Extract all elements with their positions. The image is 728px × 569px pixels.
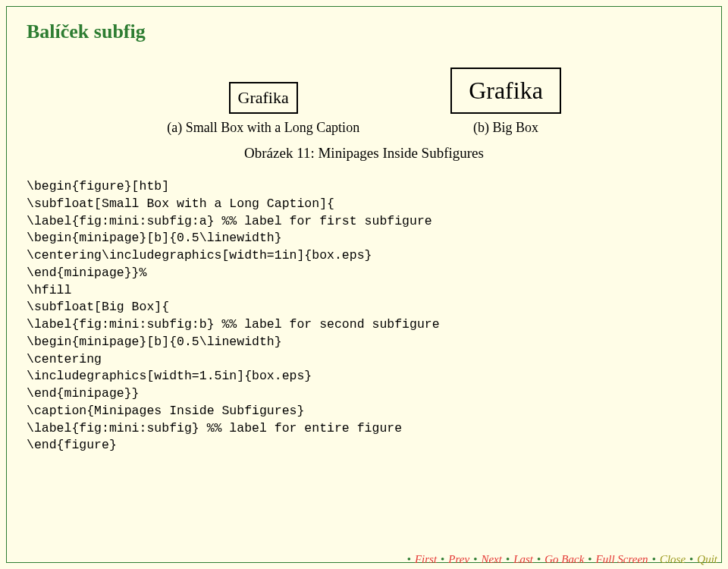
bullet-icon: • [407,553,411,566]
subfigure-a: Grafika (a) Small Box with a Long Captio… [167,82,359,136]
nav-prev[interactable]: Prev [448,553,469,566]
bullet-icon: • [689,553,693,566]
subfigure-b-caption: (b) Big Box [473,120,538,136]
navigation-bar: • First • Prev • Next • Last • Go Back •… [407,553,717,566]
bullet-icon: • [473,553,477,566]
subfigure-b: Grafika (b) Big Box [450,68,561,136]
nav-go-back[interactable]: Go Back [544,553,584,566]
bullet-icon: • [506,553,510,566]
page-frame: Balíček subfig Grafika (a) Small Box wit… [6,6,722,563]
nav-last[interactable]: Last [513,553,533,566]
nav-close[interactable]: Close [660,553,686,566]
section-title: Balíček subfig [27,20,701,43]
nav-next[interactable]: Next [481,553,502,566]
example-figure: Grafika (a) Small Box with a Long Captio… [27,68,701,136]
subfigure-a-caption: (a) Small Box with a Long Caption [167,120,359,136]
bullet-icon: • [441,553,444,566]
nav-quit[interactable]: Quit [697,553,717,566]
bullet-icon: • [588,553,592,566]
figure-main-caption: Obrázek 11: Minipages Inside Subfigures [27,145,701,162]
bullet-icon: • [652,553,656,566]
latex-code-block: \begin{figure}[htb] \subfloat[Small Box … [27,178,701,454]
nav-first[interactable]: First [415,553,437,566]
big-box-graphic: Grafika [450,68,561,114]
bullet-icon: • [537,553,541,566]
small-box-graphic: Grafika [229,82,298,114]
nav-full-screen[interactable]: Full Screen [596,553,648,566]
